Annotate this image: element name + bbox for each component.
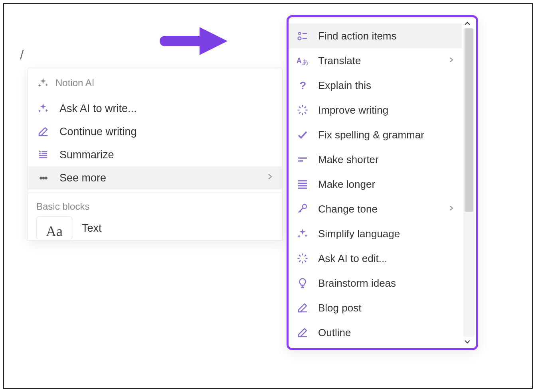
chevron-right-icon bbox=[449, 203, 455, 215]
submenu-item-outline[interactable]: Outline bbox=[289, 320, 462, 345]
question-icon: ? bbox=[296, 79, 309, 92]
menu-item-summarize[interactable]: " Summarize bbox=[28, 143, 282, 166]
bulb-icon bbox=[296, 276, 309, 290]
svg-text:": " bbox=[39, 150, 40, 154]
slash-command-menu: Notion AI Ask AI to write... Continue wr… bbox=[27, 68, 283, 240]
submenu-item-label: Make longer bbox=[318, 178, 375, 191]
menu-item-ask-ai-write[interactable]: Ask AI to write... bbox=[28, 97, 282, 120]
svg-text:?: ? bbox=[300, 79, 307, 91]
sparkle-icon bbox=[36, 102, 50, 115]
pencil-line-icon bbox=[296, 301, 309, 315]
submenu-item-simplify[interactable]: Simplify language bbox=[289, 221, 462, 246]
magic-wand-icon bbox=[296, 103, 309, 117]
shorter-icon bbox=[296, 153, 309, 166]
menu-item-label: Continue writing bbox=[59, 126, 137, 138]
scrollbar-thumb[interactable] bbox=[465, 28, 473, 212]
pencil-line-icon bbox=[36, 125, 50, 138]
svg-text:あ: あ bbox=[302, 58, 309, 65]
svg-line-33 bbox=[299, 260, 301, 262]
text-block-thumb: Aa bbox=[36, 216, 72, 240]
submenu-item-blog-post[interactable]: Blog post bbox=[289, 295, 462, 320]
submenu-item-label: Outline bbox=[318, 327, 351, 339]
submenu-item-translate[interactable]: Aあ Translate bbox=[289, 48, 462, 73]
submenu-item-improve-writing[interactable]: Improve writing bbox=[289, 98, 462, 122]
pencil-line-icon bbox=[296, 326, 309, 339]
svg-line-31 bbox=[299, 255, 301, 256]
ai-submenu: Find action items Aあ Translate ? Explain… bbox=[287, 15, 478, 350]
menu-item-label: Summarize bbox=[59, 149, 114, 161]
submenu-item-label: Ask AI to edit... bbox=[318, 252, 387, 265]
submenu-item-label: Make shorter bbox=[318, 154, 379, 166]
svg-line-34 bbox=[305, 255, 306, 256]
ai-section-label: Notion AI bbox=[55, 77, 94, 89]
chevron-right-icon bbox=[449, 55, 455, 66]
translate-icon: Aあ bbox=[296, 54, 309, 67]
arrow-callout-icon bbox=[160, 27, 227, 55]
submenu-item-label: Blog post bbox=[318, 302, 361, 314]
submenu-item-label: Find action items bbox=[318, 30, 397, 42]
submenu-item-fix-spelling[interactable]: Fix spelling & grammar bbox=[289, 122, 462, 147]
submenu-item-make-shorter[interactable]: Make shorter bbox=[289, 147, 462, 172]
dots-icon: ••• bbox=[36, 171, 50, 185]
sparkle-icon bbox=[296, 227, 309, 240]
submenu-item-label: Improve writing bbox=[318, 104, 388, 116]
svg-line-14 bbox=[299, 106, 301, 108]
submenu-item-label: Change tone bbox=[318, 203, 378, 215]
svg-point-5 bbox=[298, 37, 301, 40]
menu-item-label: Ask AI to write... bbox=[59, 102, 137, 115]
svg-rect-0 bbox=[160, 36, 204, 46]
submenu-item-change-tone[interactable]: Change tone bbox=[289, 197, 462, 221]
menu-item-continue-writing[interactable]: Continue writing bbox=[28, 120, 282, 143]
svg-line-16 bbox=[299, 112, 301, 114]
submenu-item-social-media[interactable]: Social media post bbox=[289, 345, 462, 348]
scroll-down-button[interactable] bbox=[463, 338, 471, 346]
submenu-item-label: Brainstorm ideas bbox=[318, 277, 396, 290]
svg-line-32 bbox=[305, 260, 306, 262]
ai-submenu-list: Find action items Aあ Translate ? Explain… bbox=[289, 24, 462, 348]
svg-point-24 bbox=[303, 205, 307, 209]
svg-marker-1 bbox=[200, 27, 227, 55]
summarize-icon: " bbox=[36, 148, 50, 162]
menu-item-label: See more bbox=[59, 172, 106, 184]
ai-section-header: Notion AI bbox=[28, 68, 282, 97]
menu-item-see-more[interactable]: ••• See more bbox=[28, 166, 282, 189]
submenu-item-make-longer[interactable]: Make longer bbox=[289, 172, 462, 197]
svg-line-17 bbox=[305, 106, 306, 108]
action-items-icon bbox=[296, 29, 309, 43]
svg-line-15 bbox=[305, 112, 306, 114]
scrollbar-track[interactable] bbox=[463, 28, 475, 337]
longer-icon bbox=[296, 177, 309, 191]
submenu-item-label: Simplify language bbox=[318, 228, 400, 240]
submenu-item-ask-ai-edit[interactable]: Ask AI to edit... bbox=[289, 246, 462, 271]
mic-icon bbox=[296, 202, 309, 216]
magic-wand-icon bbox=[296, 252, 309, 265]
basic-blocks-label: Basic blocks bbox=[28, 193, 282, 216]
submenu-item-explain-this[interactable]: ? Explain this bbox=[289, 73, 462, 98]
submenu-item-brainstorm[interactable]: Brainstorm ideas bbox=[289, 271, 462, 295]
slash-trigger-text: / bbox=[20, 47, 24, 63]
submenu-item-find-action-items[interactable]: Find action items bbox=[289, 24, 462, 48]
check-icon bbox=[296, 128, 309, 142]
svg-line-26 bbox=[300, 211, 301, 212]
sparkle-icon bbox=[36, 76, 50, 90]
submenu-item-label: Fix spelling & grammar bbox=[318, 129, 424, 141]
chevron-right-icon bbox=[267, 172, 273, 184]
block-item-label: Text bbox=[82, 222, 102, 234]
submenu-item-label: Translate bbox=[318, 55, 361, 67]
scroll-up-button[interactable] bbox=[463, 20, 471, 28]
svg-text:A: A bbox=[297, 57, 302, 65]
submenu-item-label: Explain this bbox=[318, 79, 371, 92]
block-item-text[interactable]: Aa Text bbox=[28, 216, 282, 240]
